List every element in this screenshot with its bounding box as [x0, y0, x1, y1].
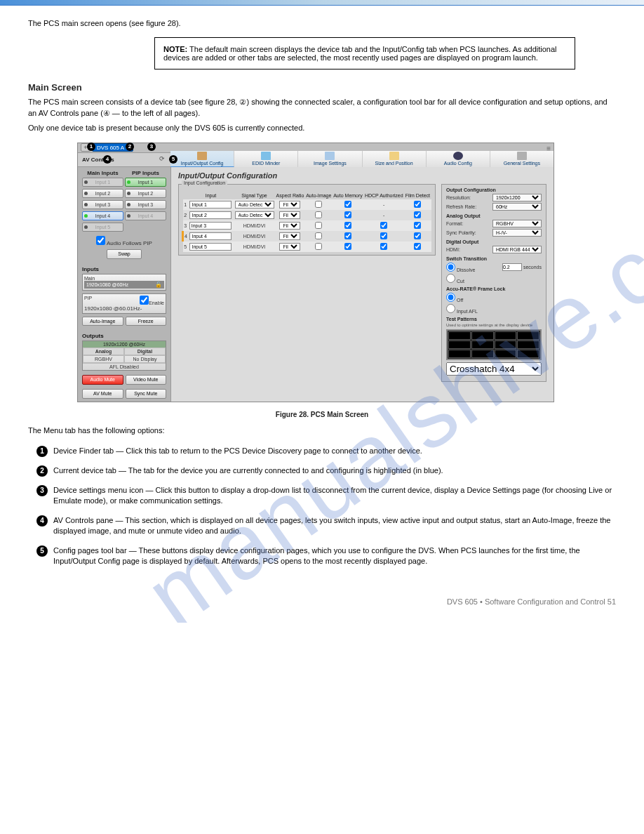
input-row-5[interactable]: 5HDMI/DVIFill [183, 241, 431, 252]
toolbar-audio-config[interactable]: Audio Config [427, 151, 490, 167]
analog-value: RGBHV [83, 355, 124, 363]
afl-status: AFL Disabled [83, 363, 166, 370]
afl-off-radio[interactable] [446, 293, 455, 302]
format-select[interactable]: RGBHV [492, 220, 542, 227]
auto-memory-checkbox[interactable] [344, 222, 351, 229]
dissolve-radio[interactable] [446, 263, 455, 272]
callout-number: 4 [36, 515, 48, 527]
auto-image-checkbox[interactable] [315, 232, 322, 239]
afl-input-radio[interactable] [446, 304, 455, 313]
image-settings-icon [325, 152, 335, 160]
toolbar-io-config[interactable]: Input/Output Config [170, 151, 234, 167]
input-name-field[interactable] [189, 232, 232, 240]
av-mute-button[interactable]: AV Mute [82, 389, 123, 399]
toolbar-edid[interactable]: EDID Minder [234, 151, 298, 167]
callout-list: 1Device Finder tab — Click this tab to r… [28, 446, 616, 567]
signal-type-select[interactable]: Auto Detect [235, 201, 274, 208]
swap-button[interactable]: Swap [107, 249, 142, 259]
pip-input-3[interactable]: Input 3 [125, 200, 166, 209]
callout-number: 1 [36, 446, 48, 457]
resolution-select[interactable]: 1920x1200 [492, 194, 542, 201]
aspect-select[interactable]: Fill [279, 211, 300, 219]
toolbar-general-settings[interactable]: General Settings [490, 151, 554, 167]
auto-memory-checkbox[interactable] [344, 232, 351, 239]
input-name-field[interactable] [189, 211, 232, 219]
film-detect-checkbox[interactable] [414, 243, 421, 250]
aspect-select[interactable]: Fill [279, 232, 300, 240]
input-name-field[interactable] [189, 201, 232, 208]
freeze-button[interactable]: Freeze [126, 317, 167, 326]
refresh-select[interactable]: 60Hz [492, 203, 542, 211]
callout-item-2: 2Current device tab — The tab for the de… [36, 465, 616, 477]
hdcp-checkbox[interactable] [380, 243, 387, 250]
dissolve-seconds[interactable] [502, 263, 522, 271]
inputs-table: Input Signal Type Aspect Ratio Auto-Imag… [182, 192, 432, 252]
main-input-1[interactable]: Input 1 [82, 178, 123, 187]
callout-number: 2 [36, 465, 48, 477]
pip-input-2[interactable]: Input 2 [125, 189, 166, 198]
aspect-select[interactable]: Fill [279, 201, 300, 208]
auto-image-checkbox[interactable] [315, 243, 322, 250]
analog-header: Analog [83, 348, 124, 355]
auto-memory-checkbox[interactable] [344, 201, 351, 208]
unlock-icon: 🔓 [155, 282, 162, 288]
afl-title: Accu-RATE® Frame Lock [446, 286, 542, 291]
main-input-2[interactable]: Input 2 [82, 189, 123, 198]
auto-memory-checkbox[interactable] [344, 211, 351, 218]
input-row-3[interactable]: 3HDMI/DVIFill [183, 220, 431, 231]
test-pattern-select[interactable]: Crosshatch 4x4 [446, 362, 542, 376]
auto-memory-checkbox[interactable] [344, 243, 351, 250]
auto-image-button[interactable]: Auto-Image [82, 317, 123, 326]
film-detect-checkbox[interactable] [414, 222, 421, 229]
pip-enable-checkbox[interactable] [140, 296, 149, 305]
analog-out-title: Analog Output [446, 213, 542, 218]
input-row-1[interactable]: 1Auto DetectFill- [183, 199, 431, 210]
page-accent [0, 0, 644, 6]
pip-input-1[interactable]: Input 1 [125, 178, 166, 187]
audio-mute-button[interactable]: Audio Mute [82, 375, 123, 385]
digital-value: No Display [124, 355, 166, 363]
input-name-field[interactable] [189, 222, 232, 230]
video-mute-button[interactable]: Video Mute [126, 375, 167, 385]
callout-2: 2 [126, 143, 134, 151]
hdmi-select[interactable]: HDMI RGB 444 [492, 246, 542, 253]
page-footer: DVS 605 • Software Configuration and Con… [0, 590, 644, 623]
tb-label-gs: General Settings [504, 161, 540, 166]
av-controls-bar: AV Controls ⟳ Input/Output Config EDID M… [78, 153, 554, 167]
hdcp-checkbox[interactable] [380, 232, 387, 239]
pip-status: PIPEnable 1920x1080 @60.01Hz- [82, 293, 166, 314]
auto-image-checkbox[interactable] [315, 222, 322, 229]
main-inputs-header: Main Inputs [82, 170, 123, 176]
aspect-select[interactable]: Fill [279, 243, 300, 251]
signal-type-select[interactable]: Auto Detect [235, 211, 274, 219]
film-detect-checkbox[interactable] [414, 232, 421, 239]
main-input-5[interactable]: Input 5 [82, 223, 123, 232]
film-detect-checkbox[interactable] [414, 211, 421, 218]
toolbar-image-settings[interactable]: Image Settings [298, 151, 362, 167]
tp-hint: Used to optimize settings at the display… [446, 323, 542, 327]
audio-follows-pip-checkbox[interactable] [96, 236, 105, 245]
main-input-4[interactable]: Input 4 [82, 211, 123, 220]
toolbar-size-position[interactable]: Size and Position [363, 151, 427, 167]
main-input-3[interactable]: Input 3 [82, 200, 123, 209]
note-label: NOTE: [163, 45, 187, 53]
cut-radio[interactable] [446, 274, 455, 283]
switch-trans-title: Switch Transition [446, 256, 542, 261]
sync-select[interactable]: H-/V- [492, 229, 542, 237]
film-detect-checkbox[interactable] [414, 201, 421, 208]
auto-image-checkbox[interactable] [315, 201, 322, 208]
legend-heading: The Menu tab has the following options: [28, 425, 616, 436]
auto-image-checkbox[interactable] [315, 211, 322, 218]
aspect-select[interactable]: Fill [279, 222, 300, 230]
input-name-field[interactable] [189, 243, 232, 251]
general-settings-icon [517, 152, 527, 160]
hdcp-checkbox[interactable] [380, 222, 387, 229]
pip-input-4[interactable]: Input 4 [125, 211, 166, 220]
input-row-2[interactable]: 2Auto DetectFill- [183, 210, 431, 220]
sync-mute-button[interactable]: Sync Mute [126, 389, 167, 399]
input-row-4[interactable]: 4HDMI/DVIFill [183, 231, 431, 241]
device-settings-menu-icon[interactable]: ⟳ [159, 155, 168, 164]
callout-1: 1 [87, 143, 95, 151]
output-config-panel: Output Configuration Resolution:1920x120… [441, 184, 546, 382]
main-resolution: 1920x1080 @60Hz [86, 282, 128, 287]
